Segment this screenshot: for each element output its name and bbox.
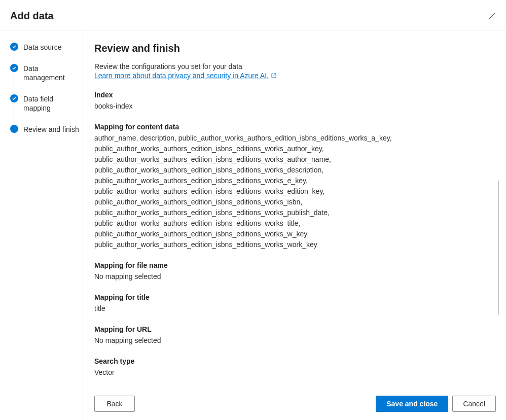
- step-data-management[interactable]: Data management: [10, 64, 83, 94]
- section-label: Mapping for title: [94, 293, 496, 301]
- step-label: Data source: [23, 43, 61, 52]
- step-label: Data field mapping: [23, 94, 79, 113]
- external-link-icon: [271, 73, 277, 79]
- link-text: Learn more about data privacy and securi…: [94, 72, 269, 80]
- learn-more-link[interactable]: Learn more about data privacy and securi…: [94, 72, 277, 80]
- section-value: title: [94, 303, 480, 314]
- dialog-footer: Back Save and close Cancel: [83, 388, 506, 420]
- wizard-steps-sidebar: Data source Data management Data field m…: [0, 30, 83, 420]
- section-search-type: Search type Vector: [94, 357, 496, 378]
- page-subtitle: Review the configurations you set for yo…: [94, 62, 496, 71]
- section-index: Index books-index: [94, 91, 496, 112]
- section-value: Vector: [94, 367, 480, 378]
- scrollbar-indicator: [498, 181, 499, 314]
- section-label: Mapping for file name: [94, 261, 496, 269]
- section-value: No mapping selected: [94, 335, 480, 346]
- cancel-button[interactable]: Cancel: [452, 396, 496, 412]
- section-value: author_name, description, public_author_…: [94, 133, 480, 250]
- step-label: Data management: [23, 64, 79, 82]
- main-scroll[interactable]: Review and finish Review the configurati…: [83, 30, 506, 388]
- section-url-mapping: Mapping for URL No mapping selected: [94, 325, 496, 346]
- step-check-icon: [10, 43, 18, 51]
- section-label: Mapping for URL: [94, 325, 496, 333]
- save-and-close-button[interactable]: Save and close: [376, 396, 448, 412]
- close-icon[interactable]: [488, 12, 496, 20]
- dialog-header: Add data: [0, 0, 506, 30]
- footer-right: Save and close Cancel: [376, 396, 496, 412]
- step-data-field-mapping[interactable]: Data field mapping: [10, 94, 83, 125]
- main-area: Review and finish Review the configurati…: [83, 30, 506, 420]
- section-filename-mapping: Mapping for file name No mapping selecte…: [94, 261, 496, 282]
- step-list: Data source Data management Data field m…: [10, 43, 83, 134]
- page-title: Review and finish: [94, 43, 496, 54]
- step-check-icon: [10, 64, 18, 72]
- step-review-and-finish[interactable]: Review and finish: [10, 125, 83, 134]
- section-value: books-index: [94, 101, 480, 112]
- content-wrapper: Data source Data management Data field m…: [0, 30, 506, 420]
- step-current-icon: [10, 125, 18, 133]
- back-button[interactable]: Back: [94, 396, 135, 412]
- section-title-mapping: Mapping for title title: [94, 293, 496, 314]
- step-data-source[interactable]: Data source: [10, 43, 83, 64]
- step-check-icon: [10, 94, 18, 102]
- dialog-title: Add data: [10, 10, 54, 22]
- section-label: Mapping for content data: [94, 123, 496, 131]
- step-label: Review and finish: [23, 125, 79, 134]
- section-label: Search type: [94, 357, 496, 365]
- section-content-mapping: Mapping for content data author_name, de…: [94, 123, 496, 250]
- section-value: No mapping selected: [94, 271, 480, 282]
- section-label: Index: [94, 91, 496, 99]
